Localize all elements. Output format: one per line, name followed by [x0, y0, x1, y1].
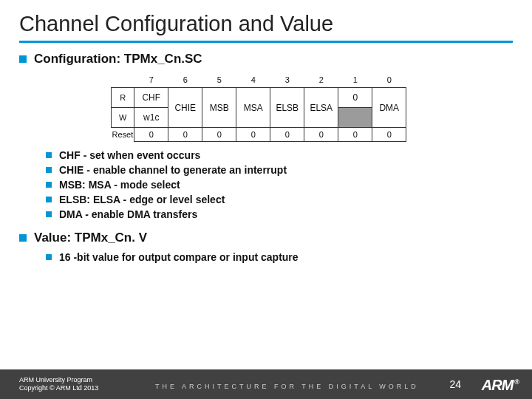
config-items: CHF - set when event occurs CHIE - enabl… [46, 149, 532, 220]
list-item: MSB: MSA - mode select [46, 179, 532, 191]
register-diagram: 7 6 5 4 3 2 1 0 R CHF CHIE MSB MSA ELSB … [111, 72, 532, 142]
section-value: Value: TPMx_Cn. V [19, 231, 532, 245]
footer-bar: ARM University Program Copyright © ARM L… [0, 369, 532, 399]
value-items: 16 -bit value for output compare or inpu… [46, 251, 532, 263]
bullet-icon [46, 182, 52, 188]
slide-title: Channel Configuration and Value [0, 0, 532, 41]
register-table: 7 6 5 4 3 2 1 0 R CHF CHIE MSB MSA ELSB … [111, 72, 406, 142]
footer-tagline: THE ARCHITECTURE FOR THE DIGITAL WORLD [155, 383, 419, 390]
bullet-icon [19, 234, 27, 242]
list-item: 16 -bit value for output compare or inpu… [46, 251, 532, 263]
bit-number-row: 7 6 5 4 3 2 1 0 [112, 72, 406, 88]
bullet-icon [46, 254, 52, 260]
page-number: 24 [449, 378, 461, 390]
bullet-icon [46, 167, 52, 173]
section-configuration: Configuration: TPMx_Cn.SC [19, 52, 532, 66]
slide: Channel Configuration and Value Configur… [0, 0, 532, 399]
footer-text: ARM University Program Copyright © ARM L… [19, 376, 98, 392]
bullet-icon [46, 211, 52, 217]
row-reset: Reset 0 0 0 0 0 0 0 0 [112, 128, 406, 142]
list-item: ELSB: ELSA - edge or level select [46, 194, 532, 205]
row-read: R CHF CHIE MSB MSA ELSB ELSA 0 DMA [112, 88, 406, 108]
title-underline [19, 41, 513, 43]
list-item: CHIE - enable channel to generate an int… [46, 164, 532, 176]
section-heading: Configuration: TPMx_Cn.SC [34, 52, 202, 66]
bullet-icon [19, 55, 27, 63]
list-item: DMA - enable DMA transfers [46, 208, 532, 220]
arm-logo: ARM® [482, 377, 519, 394]
bullet-icon [46, 152, 52, 158]
bullet-icon [46, 197, 52, 202]
list-item: CHF - set when event occurs [46, 149, 532, 161]
section-heading: Value: TPMx_Cn. V [34, 231, 147, 245]
